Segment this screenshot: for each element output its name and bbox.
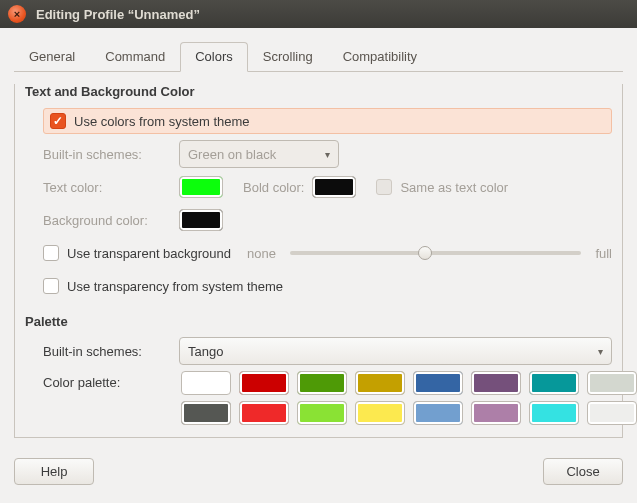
builtin-scheme-value: Green on black — [188, 147, 276, 162]
bold-color-label: Bold color: — [243, 180, 304, 195]
section-palette: Palette — [25, 314, 612, 329]
palette-swatch[interactable] — [297, 401, 347, 425]
builtin-scheme-label: Built-in schemes: — [43, 147, 171, 162]
tabs: General Command Colors Scrolling Compati… — [14, 42, 623, 72]
transparent-bg-label: Use transparent background — [67, 246, 231, 261]
text-color-swatch[interactable] — [179, 176, 223, 198]
window-title: Editing Profile “Unnamed” — [36, 7, 200, 22]
palette-swatch[interactable] — [239, 371, 289, 395]
palette-swatch[interactable] — [297, 371, 347, 395]
text-color-label: Text color: — [43, 180, 171, 195]
slider-min-label: none — [247, 246, 276, 261]
palette-swatch[interactable] — [181, 401, 231, 425]
palette-swatch[interactable] — [529, 371, 579, 395]
palette-builtin-select[interactable]: Tango ▾ — [179, 337, 612, 365]
palette-swatch[interactable] — [471, 371, 521, 395]
chevron-down-icon: ▾ — [598, 346, 603, 357]
same-as-text-label: Same as text color — [400, 180, 508, 195]
palette-swatch[interactable] — [181, 371, 231, 395]
system-transparency-checkbox[interactable] — [43, 278, 59, 294]
slider-max-label: full — [595, 246, 612, 261]
palette-swatch[interactable] — [587, 401, 637, 425]
use-system-colors-checkbox[interactable] — [50, 113, 66, 129]
tab-general[interactable]: General — [14, 42, 90, 72]
background-color-swatch[interactable] — [179, 209, 223, 231]
builtin-scheme-select[interactable]: Green on black ▾ — [179, 140, 339, 168]
tab-command[interactable]: Command — [90, 42, 180, 72]
use-system-colors-label: Use colors from system theme — [74, 114, 250, 129]
close-button[interactable]: Close — [543, 458, 623, 485]
palette-builtin-value: Tango — [188, 344, 223, 359]
close-icon[interactable]: × — [8, 5, 26, 23]
palette-swatch[interactable] — [355, 401, 405, 425]
transparency-slider[interactable] — [290, 243, 581, 263]
transparent-bg-checkbox[interactable] — [43, 245, 59, 261]
chevron-down-icon: ▾ — [325, 149, 330, 160]
section-text-bg: Text and Background Color — [25, 84, 612, 99]
background-color-label: Background color: — [43, 213, 171, 228]
color-palette-grid — [181, 371, 637, 425]
color-palette-label: Color palette: — [43, 371, 171, 390]
bold-color-swatch[interactable] — [312, 176, 356, 198]
help-button[interactable]: Help — [14, 458, 94, 485]
palette-swatch[interactable] — [587, 371, 637, 395]
system-transparency-label: Use transparency from system theme — [67, 279, 283, 294]
palette-swatch[interactable] — [413, 401, 463, 425]
tab-compatibility[interactable]: Compatibility — [328, 42, 432, 72]
palette-swatch[interactable] — [413, 371, 463, 395]
palette-builtin-label: Built-in schemes: — [43, 344, 171, 359]
palette-swatch[interactable] — [529, 401, 579, 425]
titlebar: × Editing Profile “Unnamed” — [0, 0, 637, 28]
tab-scrolling[interactable]: Scrolling — [248, 42, 328, 72]
same-as-text-checkbox[interactable] — [376, 179, 392, 195]
palette-swatch[interactable] — [239, 401, 289, 425]
palette-swatch[interactable] — [355, 371, 405, 395]
palette-swatch[interactable] — [471, 401, 521, 425]
tab-colors[interactable]: Colors — [180, 42, 248, 72]
